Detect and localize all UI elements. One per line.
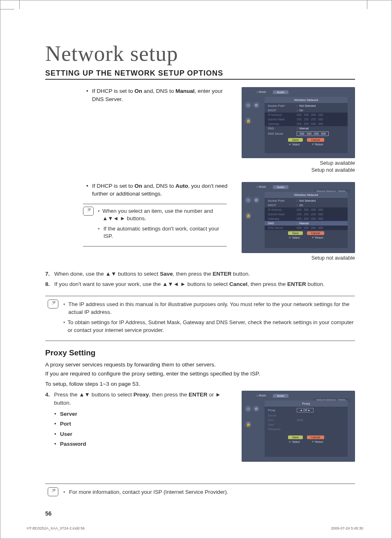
- globe-icon: ◷: [245, 102, 251, 108]
- square-bullet-icon: ▪: [98, 207, 102, 223]
- return-hint: ↶ Return: [312, 440, 323, 444]
- figure-caption: Setup not available: [242, 255, 355, 262]
- bullet-icon: •: [86, 182, 92, 198]
- tab-audio: Audio: [273, 185, 288, 189]
- gear-icon: ✿: [253, 197, 260, 203]
- cancel-button[interactable]: Cancel: [307, 231, 324, 235]
- bullet-icon: •: [86, 87, 92, 103]
- footer-timestamp: 2009-07-24 5:45:30: [331, 526, 363, 530]
- square-bullet-icon: ▪: [63, 488, 69, 496]
- return-hint: ↶ Return: [312, 236, 323, 240]
- square-bullet-icon: ▪: [63, 300, 68, 316]
- lock-icon: 🔒: [245, 212, 251, 219]
- section-header: SETTING UP THE NETWORK SETUP OPTIONS: [45, 69, 355, 80]
- note-item: For more information, contact your ISP (…: [69, 488, 228, 496]
- bullet-text-dhcp-manual: If DHCP is set to On and, DNS to Manual,…: [92, 87, 234, 103]
- proxy-paragraph: A proxy server services requests by forw…: [45, 361, 355, 369]
- gear-icon: ✿: [253, 405, 260, 412]
- step-text: If you don't want to save your work, use…: [54, 280, 325, 288]
- note-icon: 𝄢: [48, 299, 58, 309]
- gear-icon: ✿: [253, 102, 260, 108]
- cancel-button[interactable]: Cancel: [307, 435, 324, 439]
- cancel-button[interactable]: Cancel: [307, 138, 324, 142]
- save-button[interactable]: Save: [288, 435, 303, 439]
- globe-icon: ◷: [245, 197, 251, 203]
- save-button[interactable]: Save: [288, 231, 303, 235]
- select-hint: ↵ Select: [289, 440, 300, 444]
- step-text: When done, use the ▲▼ buttons to select …: [54, 270, 250, 278]
- square-bullet-icon: ▪: [98, 225, 104, 240]
- note-item: When you select an item, use the number …: [102, 207, 227, 223]
- panel-header: Wireless Network: [265, 192, 348, 198]
- panel-header: Wireless Network: [265, 97, 348, 104]
- proxy-sublist: •Server •Port •User •Password: [54, 409, 234, 449]
- tab-audio: Audio: [273, 90, 288, 94]
- select-hint: ↵ Select: [289, 236, 300, 240]
- globe-icon: ◷: [245, 405, 251, 412]
- note-item: The IP address used in this manual is fo…: [68, 300, 355, 316]
- panel-header: Proxy: [265, 401, 348, 407]
- figure-caption: Setup available Setup not available: [242, 160, 355, 174]
- figure-proxy: ♪ Music Audio Network Selection : Wirele…: [242, 391, 355, 462]
- tab-audio: Audio: [273, 394, 288, 398]
- footer-file-info: HT-BD3252A_XAA_0724-2.indd 56: [27, 526, 85, 530]
- proxy-paragraph: To setup, follow steps 1~3 on page 53.: [45, 380, 355, 388]
- return-hint: ↶ Return: [312, 143, 323, 146]
- note-icon: 𝄢: [48, 487, 58, 496]
- page-number: 56: [45, 510, 52, 517]
- bullet-text-dhcp-auto: If DHCP is set to On and, DNS to Auto, y…: [92, 182, 234, 198]
- lock-icon: 🔒: [245, 421, 251, 428]
- figure-wireless-auto: ♪ Music Audio Network Selection : Wirele…: [242, 182, 355, 253]
- square-bullet-icon: ▪: [63, 318, 67, 334]
- proxy-heading: Proxy Setting: [45, 348, 355, 357]
- note-icon: 𝄢: [83, 207, 94, 216]
- page-title: Network setup: [45, 41, 355, 66]
- save-button[interactable]: Save: [288, 138, 303, 142]
- note-item: To obtain settings for IP Address, Subne…: [67, 318, 355, 334]
- step-text: Press the ▲▼ buttons to select Proxy, th…: [54, 391, 234, 407]
- step-number: 7.: [45, 270, 54, 278]
- proxy-paragraph: If you are required to configure the pro…: [45, 370, 355, 378]
- lock-icon: 🔒: [245, 117, 251, 124]
- note-item: If the automatic settings don't work, co…: [104, 225, 227, 240]
- step-number: 4.: [45, 391, 54, 407]
- step-number: 8.: [45, 280, 54, 288]
- figure-wireless-manual: ♪ Music Audio ◷ ✿ 🔒 Wireless Network Acc…: [242, 87, 355, 158]
- select-hint: ↵ Select: [289, 143, 300, 146]
